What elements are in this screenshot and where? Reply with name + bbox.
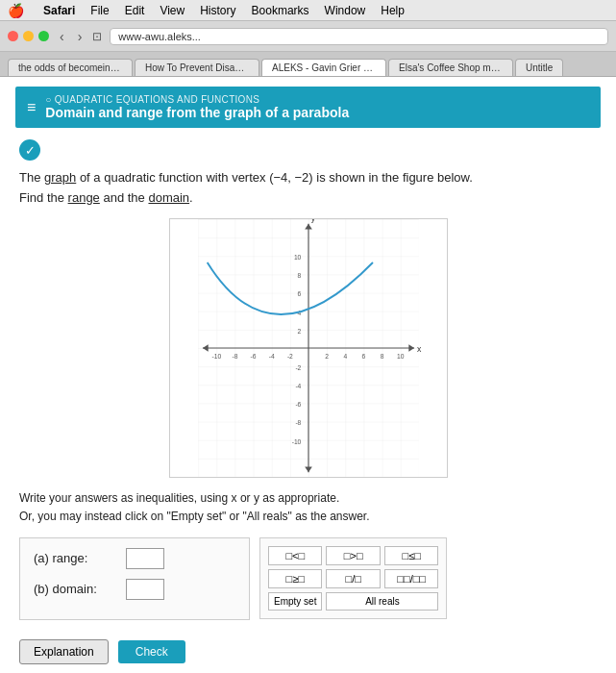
svg-text:-4: -4: [295, 383, 301, 389]
svg-text:6: 6: [361, 353, 365, 360]
back-button[interactable]: ‹: [57, 29, 67, 44]
menu-window[interactable]: Window: [325, 4, 366, 17]
sym-less-equal[interactable]: □≤□: [384, 546, 438, 565]
range-row: (a) range:: [34, 548, 235, 569]
menu-safari[interactable]: Safari: [43, 4, 75, 17]
forward-button[interactable]: ›: [75, 29, 86, 44]
svg-text:-6: -6: [250, 353, 256, 360]
bottom-buttons: Explanation Check: [19, 632, 597, 664]
svg-text:8: 8: [380, 353, 383, 360]
symbol-panel: □<□ □>□ □≤□ □≥□ □/□ □□/□□ Empty set All …: [259, 537, 447, 619]
graph-link[interactable]: graph: [44, 170, 76, 185]
range-link[interactable]: range: [68, 190, 100, 205]
aleks-subtitle: ○ Quadratic Equations and Functions: [45, 94, 349, 105]
domain-row: (b) domain:: [34, 579, 235, 600]
browser-chrome: ‹ › ⊡ www-awu.aleks...: [0, 21, 616, 52]
menu-view[interactable]: View: [160, 4, 185, 17]
menu-file[interactable]: File: [90, 4, 109, 17]
svg-text:x: x: [416, 343, 421, 353]
hamburger-icon[interactable]: ≡: [27, 99, 36, 116]
domain-link[interactable]: domain: [148, 190, 189, 205]
aleks-header: ≡ ○ Quadratic Equations and Functions Do…: [15, 87, 601, 128]
menu-edit[interactable]: Edit: [125, 4, 145, 17]
tab-icon: ⊡: [92, 30, 102, 43]
svg-text:-6: -6: [295, 401, 301, 408]
svg-text:2: 2: [325, 353, 329, 360]
tab-0[interactable]: the odds of becomeing an...: [8, 59, 133, 76]
tab-2[interactable]: ALEKS - Gavin Grier - Learn: [261, 59, 386, 76]
problem-text: The graph of a quadratic function with v…: [19, 168, 597, 209]
menu-bar: 🍎 Safari File Edit View History Bookmark…: [0, 0, 616, 21]
range-input[interactable]: [126, 548, 164, 569]
fullscreen-button[interactable]: [38, 31, 49, 41]
explanation-button[interactable]: Explanation: [19, 639, 109, 664]
svg-text:6: 6: [297, 290, 301, 297]
svg-text:y: y: [310, 219, 315, 223]
content-area: ≡ ○ Quadratic Equations and Functions Do…: [0, 77, 616, 673]
tabs-bar: the odds of becomeing an... How To Preve…: [0, 52, 616, 77]
svg-text:-2: -2: [286, 353, 292, 360]
sym-greater-than[interactable]: □>□: [326, 546, 380, 565]
svg-text:-10: -10: [291, 437, 301, 444]
svg-text:-8: -8: [232, 353, 237, 360]
menu-history[interactable]: History: [200, 4, 235, 17]
problem-section: ✓ The graph of a quadratic function with…: [15, 139, 601, 664]
svg-text:4: 4: [343, 353, 347, 360]
all-reals-btn[interactable]: All reals: [326, 592, 438, 611]
traffic-lights: [8, 31, 49, 41]
answer-inputs: (a) range: (b) domain:: [19, 537, 250, 620]
svg-text:10: 10: [396, 353, 404, 360]
sym-fraction[interactable]: □/□: [326, 569, 380, 588]
domain-input[interactable]: [126, 579, 164, 600]
sym-less-than[interactable]: □<□: [268, 546, 322, 565]
tab-3[interactable]: Elsa's Coffee Shop makes...: [388, 59, 513, 76]
close-button[interactable]: [8, 31, 18, 41]
svg-text:-10: -10: [211, 353, 221, 360]
svg-text:-8: -8: [295, 419, 301, 426]
sym-mixed-fraction[interactable]: □□/□□: [384, 569, 438, 588]
tab-1[interactable]: How To Prevent Disaster O...: [135, 59, 259, 76]
empty-set-btn[interactable]: Empty set: [268, 592, 322, 611]
url-bar[interactable]: www-awu.aleks...: [110, 28, 608, 45]
svg-text:-2: -2: [295, 364, 301, 371]
aleks-title: Domain and range from the graph of a par…: [45, 105, 349, 120]
check-button[interactable]: Check: [118, 640, 185, 663]
svg-text:-4: -4: [268, 353, 274, 360]
apple-icon[interactable]: 🍎: [8, 3, 24, 18]
check-icon: ✓: [19, 139, 40, 161]
graph-container: x y -10 -8 -6 -4 -2 2 4 6 8 10 10 8 6 4 …: [169, 218, 448, 478]
menu-bookmarks[interactable]: Bookmarks: [252, 4, 309, 17]
domain-label: (b) domain:: [34, 582, 120, 596]
answer-area: (a) range: (b) domain: □<□ □>□ □≤□ □≥□ □…: [19, 537, 597, 620]
graph-svg: x y -10 -8 -6 -4 -2 2 4 6 8 10 10 8 6 4 …: [170, 219, 447, 477]
tab-4[interactable]: Untitle: [515, 59, 563, 76]
minimize-button[interactable]: [23, 31, 34, 41]
aleks-header-text: ○ Quadratic Equations and Functions Doma…: [45, 94, 349, 120]
svg-text:2: 2: [297, 327, 301, 334]
range-label: (a) range:: [34, 551, 120, 565]
sym-greater-equal[interactable]: □≥□: [268, 569, 322, 588]
svg-text:8: 8: [297, 272, 301, 279]
instructions: Write your answers as inequalities, usin…: [19, 489, 597, 526]
svg-text:10: 10: [293, 254, 301, 261]
menu-help[interactable]: Help: [381, 4, 405, 17]
